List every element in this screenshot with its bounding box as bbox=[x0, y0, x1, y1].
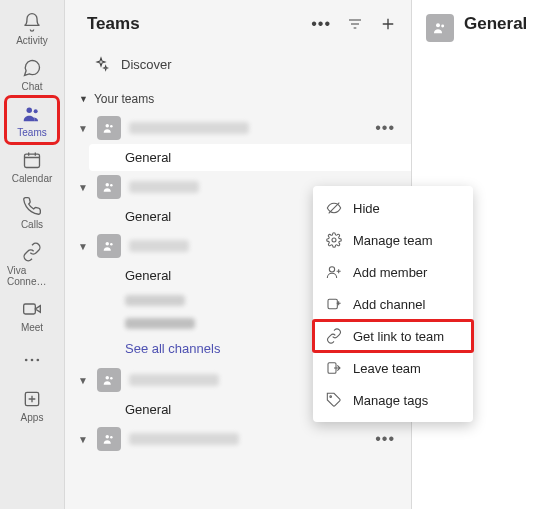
chat-icon bbox=[21, 57, 43, 79]
menu-manage-tags[interactable]: Manage tags bbox=[313, 384, 473, 416]
phone-icon bbox=[21, 195, 43, 217]
rail-label: Chat bbox=[21, 81, 42, 92]
menu-label: Add channel bbox=[353, 297, 425, 312]
leave-icon bbox=[325, 359, 343, 377]
video-icon bbox=[21, 298, 43, 320]
menu-label: Manage team bbox=[353, 233, 433, 248]
add-channel-icon bbox=[325, 295, 343, 313]
svg-point-6 bbox=[37, 359, 40, 362]
menu-get-link[interactable]: Get link to team bbox=[313, 320, 473, 352]
rail-label: Apps bbox=[21, 412, 44, 423]
team-more-button[interactable]: ••• bbox=[375, 119, 401, 137]
team-row[interactable]: ▼ ••• bbox=[77, 112, 411, 144]
svg-point-13 bbox=[110, 243, 113, 246]
rail-more[interactable] bbox=[7, 339, 57, 381]
team-context-menu: Hide Manage team Add member Add channel bbox=[313, 186, 473, 422]
team-name-redacted bbox=[129, 181, 199, 193]
add-member-icon bbox=[325, 263, 343, 281]
discover-button[interactable]: Discover bbox=[65, 46, 411, 88]
plus-icon[interactable] bbox=[379, 15, 397, 33]
gear-icon bbox=[325, 231, 343, 249]
more-icon bbox=[21, 349, 43, 371]
menu-leave-team[interactable]: Leave team bbox=[313, 352, 473, 384]
team-more-button[interactable]: ••• bbox=[375, 430, 401, 448]
team-icon bbox=[97, 116, 121, 140]
rail-label: Viva Conne… bbox=[7, 265, 57, 287]
team-name-redacted bbox=[129, 240, 189, 252]
more-icon[interactable]: ••• bbox=[311, 15, 331, 33]
apps-icon bbox=[21, 388, 43, 410]
channel-general[interactable]: General bbox=[89, 144, 411, 171]
menu-label: Add member bbox=[353, 265, 427, 280]
channel-label: General bbox=[125, 209, 171, 224]
svg-point-0 bbox=[27, 108, 33, 114]
your-teams-header[interactable]: ▼ Your teams bbox=[65, 88, 411, 112]
svg-rect-2 bbox=[25, 154, 40, 167]
hide-icon bbox=[325, 199, 343, 217]
team-row[interactable]: ▼ ••• bbox=[77, 423, 411, 455]
menu-label: Manage tags bbox=[353, 393, 428, 408]
svg-point-1 bbox=[34, 109, 38, 113]
chevron-down-icon: ▼ bbox=[77, 182, 89, 193]
channel-name-redacted bbox=[125, 318, 195, 329]
svg-point-10 bbox=[106, 183, 110, 187]
tag-icon bbox=[325, 391, 343, 409]
rail-calls[interactable]: Calls bbox=[7, 190, 57, 234]
rail-viva[interactable]: Viva Conne… bbox=[7, 236, 57, 291]
rail-label: Teams bbox=[17, 127, 46, 138]
chevron-down-icon: ▼ bbox=[77, 123, 89, 134]
rail-calendar[interactable]: Calendar bbox=[7, 144, 57, 188]
rail-meet[interactable]: Meet bbox=[7, 293, 57, 337]
chevron-down-icon: ▼ bbox=[77, 434, 89, 445]
chevron-down-icon: ▼ bbox=[79, 94, 88, 104]
link-icon bbox=[325, 327, 343, 345]
channel-label: General bbox=[125, 402, 171, 417]
menu-label: Hide bbox=[353, 201, 380, 216]
app-rail: Activity Chat Teams Calendar Calls bbox=[0, 0, 65, 509]
chevron-down-icon: ▼ bbox=[77, 241, 89, 252]
svg-point-18 bbox=[332, 238, 336, 242]
rail-label: Activity bbox=[16, 35, 48, 46]
calendar-icon bbox=[21, 149, 43, 171]
svg-point-8 bbox=[106, 124, 110, 128]
svg-point-17 bbox=[110, 436, 113, 439]
rail-label: Calls bbox=[21, 219, 43, 230]
channel-label: General bbox=[125, 150, 171, 165]
svg-point-23 bbox=[436, 23, 440, 27]
svg-point-5 bbox=[31, 359, 34, 362]
svg-point-12 bbox=[106, 242, 110, 246]
team-icon bbox=[97, 427, 121, 451]
teams-panel: Teams ••• Discover ▼ Your teams bbox=[65, 0, 412, 509]
sparkle-icon bbox=[93, 56, 109, 72]
team-name-redacted bbox=[129, 122, 249, 134]
team-name-redacted bbox=[129, 374, 219, 386]
team-icon bbox=[426, 14, 454, 42]
menu-add-channel[interactable]: Add channel bbox=[313, 288, 473, 320]
team-icon bbox=[97, 234, 121, 258]
filter-icon[interactable] bbox=[347, 16, 363, 32]
menu-label: Leave team bbox=[353, 361, 421, 376]
people-icon bbox=[21, 103, 43, 125]
svg-point-4 bbox=[25, 359, 28, 362]
discover-label: Discover bbox=[121, 57, 172, 72]
rail-label: Calendar bbox=[12, 173, 53, 184]
rail-teams[interactable]: Teams bbox=[7, 98, 57, 142]
content-title: General bbox=[464, 14, 527, 34]
svg-point-15 bbox=[110, 377, 113, 380]
svg-point-22 bbox=[330, 396, 332, 398]
chevron-down-icon: ▼ bbox=[77, 375, 89, 386]
section-label: Your teams bbox=[94, 92, 154, 106]
rail-apps[interactable]: Apps bbox=[7, 383, 57, 427]
svg-rect-20 bbox=[328, 299, 337, 308]
rail-activity[interactable]: Activity bbox=[7, 6, 57, 50]
menu-add-member[interactable]: Add member bbox=[313, 256, 473, 288]
rail-chat[interactable]: Chat bbox=[7, 52, 57, 96]
viva-icon bbox=[21, 241, 43, 263]
svg-point-14 bbox=[106, 376, 110, 380]
menu-manage-team[interactable]: Manage team bbox=[313, 224, 473, 256]
menu-hide[interactable]: Hide bbox=[313, 192, 473, 224]
bell-icon bbox=[21, 11, 43, 33]
svg-point-9 bbox=[110, 125, 113, 128]
channel-label: General bbox=[125, 268, 171, 283]
rail-label: Meet bbox=[21, 322, 43, 333]
